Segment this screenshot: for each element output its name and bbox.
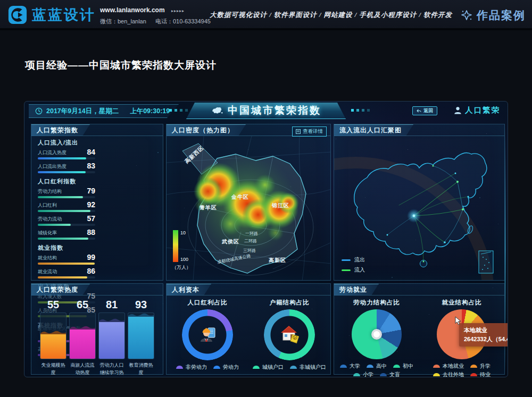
donut[interactable] bbox=[182, 309, 233, 360]
donut[interactable] bbox=[264, 309, 315, 360]
legend-item: 劳动力 bbox=[213, 364, 239, 371]
panel-title: 人口密度（热力图） bbox=[167, 124, 246, 136]
tank-value: 81 bbox=[106, 299, 118, 312]
legend-label: 待业 bbox=[480, 371, 491, 377]
scale-min: 10 bbox=[180, 230, 188, 235]
deco-squares-left bbox=[169, 109, 188, 112]
legend-swatch bbox=[290, 366, 297, 369]
datetime-bar: 2017年9月14日，星期二 上午09:30:19 bbox=[29, 104, 188, 118]
metric-grid: 就业结构99就业流动86 bbox=[31, 252, 163, 280]
legend-swatch bbox=[380, 373, 387, 376]
metric-label: 劳动力流动 bbox=[38, 216, 62, 223]
tank-value: 55 bbox=[47, 299, 59, 312]
panel-title: 人口繁荣指数 bbox=[31, 124, 90, 136]
legend-label: 初中 bbox=[403, 362, 413, 370]
pie-legend: 本地就业升学去往外地待业 bbox=[422, 362, 502, 377]
chengdu-heatmap[interactable]: 高新西区 金牛区 青羊区 锦江区 武侯区 高新区 一环路 二环路 三环路 成都绕… bbox=[167, 136, 331, 281]
tank-label: 失业规模热度 bbox=[40, 362, 66, 376]
metric-value: 57 bbox=[87, 214, 95, 223]
panel-prosperity-index: 人口繁荣指数 人口流入/流出人口流入热度84人口流出热度83人口红利指数劳动力结… bbox=[31, 124, 163, 281]
metric-bar-fill bbox=[38, 238, 88, 240]
donut-legend: 非劳动力劳动力 bbox=[176, 364, 239, 371]
legend-label: 流入 bbox=[354, 266, 365, 274]
module-switcher[interactable]: 人口繁荣 bbox=[454, 105, 500, 115]
site-url[interactable]: www.lanlanwork.com bbox=[100, 6, 165, 14]
metric-section: 人口红利指数劳动力结构79人口红利92劳动力流动57城镇化率88 bbox=[31, 178, 163, 241]
tank-value: 65 bbox=[77, 299, 88, 312]
metric-top: 城镇化率88 bbox=[38, 227, 95, 236]
heat-tanks: 55失业规模热度65商旅人流流动热度81劳动力人口继续学习热度93教育消费热度 bbox=[31, 295, 163, 377]
flow-legend: 流出流入 bbox=[342, 254, 365, 274]
back-arrow-icon bbox=[417, 109, 421, 113]
metric-bar-fill bbox=[38, 210, 90, 212]
sparkle-icon bbox=[460, 9, 473, 22]
metric-section: 就业指数就业结构99就业流动86 bbox=[31, 244, 163, 280]
metric-bar-track bbox=[38, 171, 95, 173]
metric-bar-track bbox=[38, 196, 95, 198]
tank-fill bbox=[70, 329, 95, 359]
view-detail-button[interactable]: 查看详情 bbox=[292, 126, 327, 137]
tooltip-line1: 本地就业 bbox=[464, 326, 508, 335]
road-label: 一环路 bbox=[245, 231, 258, 236]
heat-scale-gradient bbox=[173, 230, 178, 262]
tank-gauge bbox=[128, 312, 154, 359]
services-nav: 大数据可视化设计 / 软件界面设计 / 网站建设 / 手机及小程序设计 / 软件… bbox=[210, 11, 452, 20]
portfolio-link[interactable]: 作品案例 bbox=[460, 8, 526, 23]
chart-title: 劳动力结构占比 bbox=[353, 299, 400, 307]
logo-icon bbox=[7, 5, 28, 25]
tank-column: 81劳动力人口继续学习热度 bbox=[98, 299, 125, 377]
pie[interactable] bbox=[352, 309, 402, 359]
date-text: 2017年9月14日，星期二 bbox=[46, 107, 119, 116]
metric-grid: 劳动力结构79人口红利92劳动力流动57城镇化率88 bbox=[31, 186, 163, 241]
starfield-glow bbox=[24, 102, 26, 103]
metric-bar-track bbox=[38, 210, 95, 212]
legend-swatch bbox=[176, 366, 183, 369]
logo[interactable]: 蓝蓝设计 bbox=[7, 5, 96, 25]
panel-human-capital: 人利资本 人口红利占比 非劳动力劳动力户籍结构占比 城镇户口非城镇户口 bbox=[166, 283, 331, 375]
pie[interactable]: 本地就业2642332人（54.4%） bbox=[437, 309, 487, 359]
phone-text: 电话：010-63334945 bbox=[155, 18, 211, 24]
legend-label: 劳动力 bbox=[223, 364, 239, 371]
metric-label: 人口流入热度 bbox=[38, 149, 66, 156]
panel-title: 流入流出人口汇聚图 bbox=[334, 124, 413, 136]
china-mini-icon bbox=[211, 106, 223, 115]
tank-column: 93教育消费热度 bbox=[128, 299, 154, 377]
panel-employment: 劳动就业 劳动力结构占比大学高中初中小学文盲就业结构占比本地就业2642332人… bbox=[334, 283, 505, 375]
legend-swatch bbox=[367, 365, 373, 368]
metric-bar-fill bbox=[38, 171, 86, 173]
legend-label: 升学 bbox=[480, 362, 491, 370]
legend-item: 去往外地 bbox=[433, 371, 464, 377]
metric-top: 人口流入热度84 bbox=[38, 147, 95, 156]
legend-item: 大学 bbox=[340, 362, 360, 370]
metric-section-title: 人口红利指数 bbox=[38, 178, 163, 185]
tank-column: 65商旅人流流动热度 bbox=[69, 299, 96, 377]
deco-squares-right bbox=[351, 109, 370, 112]
legend-item: 非城镇户口 bbox=[290, 364, 326, 371]
legend-item: 流入 bbox=[342, 266, 365, 274]
legend-item: 非劳动力 bbox=[176, 364, 207, 371]
chart-title: 就业结构占比 bbox=[442, 299, 482, 307]
legend-item: 高中 bbox=[367, 362, 387, 370]
road-label: 二环路 bbox=[244, 239, 257, 243]
metric-top: 人口红利92 bbox=[38, 200, 95, 209]
legend-item: 待业 bbox=[470, 371, 491, 377]
metric-label: 人口流出热度 bbox=[38, 163, 66, 170]
back-button[interactable]: 返回 bbox=[412, 106, 437, 115]
metric-value: 79 bbox=[87, 187, 95, 195]
detail-icon bbox=[296, 129, 301, 134]
time-text: 上午09:30:19 bbox=[130, 107, 170, 116]
wave-crest bbox=[70, 325, 95, 330]
legend-swatch bbox=[433, 373, 440, 376]
metric-top: 劳动力结构79 bbox=[38, 186, 95, 195]
metric: 人口流出热度83 bbox=[38, 161, 95, 175]
page-title: 项目经验——中国城市繁荣指数大屏设计 bbox=[25, 58, 217, 72]
view-detail-label: 查看详情 bbox=[303, 128, 323, 135]
metric-bar-track bbox=[38, 276, 95, 278]
panel-prosperity-heat: 人口繁荣热度 55失业规模热度65商旅人流流动热度81劳动力人口继续学习热度93… bbox=[31, 283, 163, 375]
wechat-text: 微信：ben_lanlan bbox=[100, 18, 146, 24]
metric-bar-fill bbox=[38, 276, 87, 278]
metric-top: 劳动力流动57 bbox=[38, 214, 95, 223]
pie-tooltip: 本地就业2642332人（54.4%） bbox=[459, 323, 508, 347]
module-label: 人口繁荣 bbox=[465, 105, 500, 115]
metric-label: 就业结构 bbox=[38, 255, 57, 261]
